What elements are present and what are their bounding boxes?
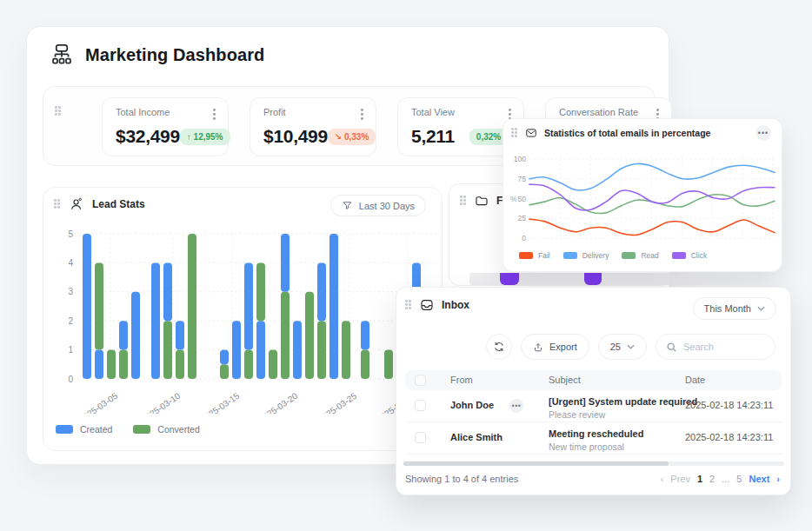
funnel-icon <box>342 200 353 211</box>
sender-name: John Doe <box>450 400 494 410</box>
legend-label: Click <box>691 251 707 260</box>
page-item-1[interactable]: 1 <box>697 474 702 484</box>
legend-item-read[interactable]: Read <box>622 251 658 260</box>
sitemap-icon <box>49 42 75 68</box>
inbox-title: Inbox <box>442 299 469 311</box>
page-item-Prev[interactable]: Prev <box>670 474 690 484</box>
drag-handle-icon[interactable] <box>460 196 467 206</box>
column-header-date: Date <box>685 375 705 385</box>
lead-stats-title: Lead Stats <box>92 198 145 210</box>
stat-value: 5,211 <box>411 126 455 147</box>
inbox-table: FromSubjectDate John Doe•••[Urgent] Syst… <box>405 370 782 455</box>
sender-name: Alice Smith <box>450 432 503 442</box>
subject-cell: [Urgent] System update requiredPlease re… <box>549 396 697 420</box>
table-row[interactable]: Alice SmithMeeting rescheduledNew time p… <box>405 422 782 455</box>
legend-item-click[interactable]: Click <box>672 251 707 260</box>
legend-swatch <box>563 252 577 259</box>
period-select[interactable]: This Month <box>693 297 776 320</box>
svg-text:25: 25 <box>518 214 527 222</box>
legend-item-created[interactable]: Created <box>56 424 112 435</box>
hidden-chart-bar <box>500 273 519 285</box>
svg-text:%: % <box>510 195 517 203</box>
inbox-icon <box>420 298 434 312</box>
svg-text:2: 2 <box>68 316 73 326</box>
drag-handle-icon[interactable] <box>54 199 61 209</box>
scrollbar-thumb[interactable] <box>403 461 669 466</box>
export-button[interactable]: Export <box>521 334 589 360</box>
page-title: Marketing Dashboard <box>85 45 264 65</box>
subject-cell: Meeting rescheduledNew time proposal <box>549 428 643 452</box>
table-row[interactable]: John Doe•••[Urgent] System update requir… <box>405 390 782 422</box>
table-header-row: FromSubjectDate <box>405 370 782 390</box>
page-item-5[interactable]: 5 <box>736 474 742 484</box>
drag-handle-icon[interactable] <box>405 300 412 310</box>
legend-item-delivery[interactable]: Delivery <box>563 251 609 260</box>
select-all-checkbox[interactable] <box>415 375 426 386</box>
column-header-from: From <box>450 375 473 385</box>
search-input[interactable] <box>683 342 770 352</box>
column-header-subject: Subject <box>549 375 581 385</box>
stat-label: Conversation Rate <box>559 107 661 117</box>
legend-swatch <box>133 425 150 434</box>
page-item-[interactable]: ‹ <box>661 474 664 484</box>
svg-text:4: 4 <box>68 258 73 268</box>
page-item-2[interactable]: 2 <box>709 474 715 484</box>
stat-value: $32,499 <box>116 126 180 147</box>
refresh-button[interactable] <box>486 334 512 360</box>
svg-text:1: 1 <box>68 345 73 355</box>
date-cell: 2025-02-18 14:23:11 <box>685 432 773 442</box>
legend-label: Created <box>80 424 112 435</box>
legend-label: Fail <box>538 251 550 260</box>
subject-text: [Urgent] System update required <box>549 396 697 407</box>
page-size-select[interactable]: 25 <box>598 334 647 360</box>
svg-text:75: 75 <box>518 175 527 183</box>
page-item-Next[interactable]: Next <box>749 474 769 484</box>
row-checkbox[interactable] <box>415 432 426 443</box>
row-menu-button[interactable]: ••• <box>509 399 523 413</box>
legend-swatch <box>56 425 73 434</box>
search-box <box>656 334 775 360</box>
legend-swatch <box>622 252 636 259</box>
stat-label: Total View <box>411 107 513 117</box>
trend-badge: ↘ 0,33% <box>328 129 376 145</box>
svg-text:0: 0 <box>68 375 73 384</box>
stat-card-total-income: Total Income$32,499↑ 12,95% <box>102 97 229 156</box>
lead-stats-card: Lead Stats Last 30 Days 5432102025-03-05… <box>43 187 443 451</box>
hidden-chart-bar <box>584 273 602 285</box>
svg-text:50: 50 <box>518 195 527 203</box>
inbox-panel: Inbox This Month Export <box>396 287 791 495</box>
lead-stats-legend: CreatedConverted <box>56 424 200 435</box>
date-cell: 2025-02-18 14:23:11 <box>685 400 773 410</box>
svg-text:2025-03-15: 2025-03-15 <box>199 390 242 414</box>
legend-label: Read <box>641 251 658 260</box>
stat-value: $10,499 <box>263 126 328 147</box>
trend-badge: ↑ 12,95% <box>180 129 230 145</box>
svg-text:2025-03-05: 2025-03-05 <box>77 390 120 414</box>
kebab-menu-icon[interactable] <box>357 107 367 122</box>
subject-preview: New time proposal <box>549 441 643 452</box>
email-stats-panel: Statistics of total emails in percentage… <box>503 118 782 272</box>
date-range-filter-button[interactable]: Last 30 Days <box>330 195 426 216</box>
page-item-[interactable]: › <box>776 474 780 484</box>
svg-text:0: 0 <box>522 234 526 242</box>
kebab-menu-icon[interactable] <box>210 107 219 122</box>
folder-icon <box>475 194 489 208</box>
legend-item-fail[interactable]: Fail <box>519 251 550 260</box>
legend-label: Converted <box>157 424 199 435</box>
email-stats-line-chart: 1007550250% <box>503 119 783 249</box>
svg-text:2025-03-25: 2025-03-25 <box>316 390 359 414</box>
page: Marketing Dashboard Total Income$32,499↑… <box>0 0 812 531</box>
legend-label: Delivery <box>582 251 609 260</box>
lead-user-icon <box>69 196 84 212</box>
stat-label: Total Income <box>116 107 217 117</box>
page-item-[interactable]: ... <box>722 474 729 484</box>
svg-text:3: 3 <box>68 287 73 296</box>
svg-text:100: 100 <box>514 155 526 163</box>
drag-handle-icon[interactable] <box>55 106 62 116</box>
stat-card-profit: Profit$10,499↘ 0,33% <box>250 97 376 156</box>
search-icon <box>666 342 677 353</box>
legend-item-converted[interactable]: Converted <box>133 424 199 435</box>
legend-swatch <box>519 252 533 259</box>
subject-text: Meeting rescheduled <box>549 428 643 439</box>
row-checkbox[interactable] <box>415 400 426 411</box>
